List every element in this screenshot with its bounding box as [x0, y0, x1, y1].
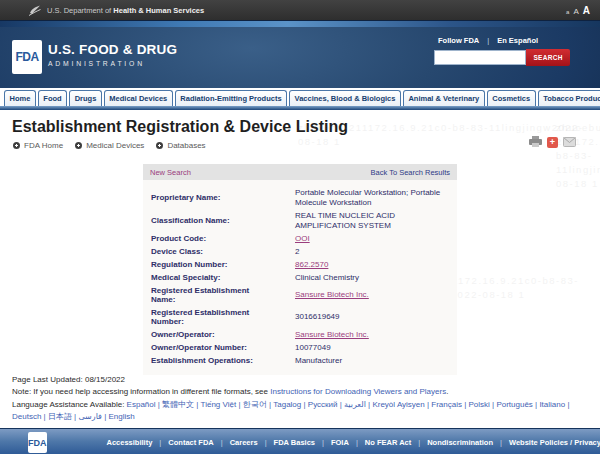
- header-link-divider: |: [487, 36, 489, 45]
- footer-link[interactable]: Website Policies / Privacy: [509, 438, 600, 447]
- bullet-icon: [156, 142, 163, 149]
- row-device-class: Device Class: 2: [151, 245, 449, 258]
- nav-tab[interactable]: Medical Devices: [104, 90, 173, 106]
- print-icon[interactable]: [529, 133, 542, 151]
- hhs-title-bold: Health & Human Services: [113, 6, 204, 15]
- breadcrumb-label: Medical Devices: [86, 141, 144, 150]
- search-input[interactable]: [434, 50, 526, 65]
- footer-link[interactable]: FOIA: [331, 438, 349, 447]
- breadcrumb-label: FDA Home: [24, 141, 63, 150]
- language-link[interactable]: Polski: [469, 400, 490, 409]
- detail-value: REAL TIME NUCLEIC ACID AMPLIFICATION SYS…: [295, 211, 449, 231]
- device-listing-box: New Search Back To Search Results Propri…: [143, 164, 457, 375]
- page-action-icons: +: [529, 133, 576, 151]
- language-link[interactable]: 日本語: [48, 412, 72, 421]
- language-link[interactable]: Português: [496, 400, 532, 409]
- regulation-number-link[interactable]: 862.2570: [295, 260, 449, 270]
- footer-links: Accessibility|Contact FDA|Careers|FDA Ba…: [107, 438, 600, 447]
- breadcrumb-medical-devices[interactable]: Medical Devices: [75, 141, 144, 150]
- row-proprietary-name: Proprietary Name: Portable Molecular Wor…: [151, 186, 449, 209]
- bullet-icon: [75, 142, 82, 149]
- detail-value: 3016619649: [295, 312, 449, 322]
- footer-link[interactable]: Contact FDA: [168, 438, 213, 447]
- en-espanol-link[interactable]: En Español: [497, 36, 538, 45]
- detail-label: Owner/Operator Number:: [151, 343, 269, 353]
- footer-link[interactable]: No FEAR Act: [365, 438, 411, 447]
- nav-tab[interactable]: Radiation-Emitting Products: [175, 90, 287, 106]
- font-size-medium-button[interactable]: A: [573, 7, 578, 16]
- language-link[interactable]: فارسی: [78, 412, 102, 421]
- detail-value: Portable Molecular Workstation; Portable…: [295, 188, 449, 208]
- fda-wordmark-line1: U.S. FOOD & DRUG: [48, 42, 177, 57]
- detail-value: 10077049: [295, 343, 449, 353]
- breadcrumb: FDA Home Medical Devices Databases: [13, 141, 600, 150]
- email-icon[interactable]: [563, 133, 576, 151]
- downloading-viewers-link[interactable]: Instructions for Downloading Viewers and…: [270, 387, 446, 396]
- separator: |: [500, 438, 502, 447]
- nav-tab[interactable]: Tobacco Products: [538, 90, 600, 106]
- separator: |: [356, 438, 358, 447]
- breadcrumb-fda-home[interactable]: FDA Home: [13, 141, 63, 150]
- detail-label: Establishment Operations:: [151, 356, 269, 366]
- primary-nav: HomeFoodDrugsMedical DevicesRadiation-Em…: [0, 88, 600, 110]
- font-size-small-button[interactable]: a: [566, 9, 569, 15]
- fda-logo[interactable]: FDA: [12, 40, 42, 74]
- language-link[interactable]: 한국어: [243, 400, 267, 409]
- detail-label: Regulation Number:: [151, 260, 269, 270]
- footer-bar: FDA Accessibility|Contact FDA|Careers|FD…: [0, 428, 600, 454]
- nav-tab[interactable]: Vaccines, Blood & Biologics: [289, 90, 401, 106]
- back-to-search-results-link[interactable]: Back To Search Results: [371, 168, 450, 177]
- language-link[interactable]: Français: [431, 400, 462, 409]
- footer-link[interactable]: Careers: [230, 438, 258, 447]
- footer-link[interactable]: Accessibility: [107, 438, 153, 447]
- detail-label: Classification Name:: [151, 216, 269, 226]
- note-text: Note: If you need help accessing informa…: [12, 387, 270, 396]
- watermark-line: 2022-08-18 1: [451, 289, 526, 300]
- language-link[interactable]: Tiếng Việt: [201, 400, 237, 409]
- breadcrumb-databases[interactable]: Databases: [156, 141, 205, 150]
- language-link[interactable]: 繁體中文: [162, 400, 194, 409]
- footer-fda-logo[interactable]: FDA: [28, 432, 47, 453]
- row-registered-establishment-name: Registered Establishment Name: Sansure B…: [151, 284, 449, 306]
- fda-wordmark-line2: ADMINISTRATION: [48, 60, 177, 67]
- product-code-link[interactable]: OOI: [295, 234, 449, 244]
- language-link[interactable]: Tagalog: [273, 400, 301, 409]
- language-link[interactable]: العربية: [344, 400, 366, 409]
- font-size-large-button[interactable]: A: [583, 5, 590, 16]
- separator: |: [418, 438, 420, 447]
- language-assistance: Language Assistance Available: Español |…: [12, 399, 590, 424]
- language-link[interactable]: Kreyòl Ayisyen: [372, 400, 424, 409]
- nav-tab[interactable]: Animal & Veterinary: [403, 90, 485, 106]
- owner-operator-link[interactable]: Sansure Biotech Inc.: [295, 330, 449, 340]
- header-divider-strip: [0, 20, 600, 27]
- detail-label: Proprietary Name:: [151, 193, 269, 203]
- language-link[interactable]: English: [108, 412, 134, 421]
- nav-tab[interactable]: Food: [38, 90, 67, 106]
- nav-tab[interactable]: Cosmetics: [487, 90, 536, 106]
- breadcrumb-label: Databases: [167, 141, 205, 150]
- language-link[interactable]: Deutsch: [12, 412, 41, 421]
- new-search-link[interactable]: New Search: [150, 168, 191, 177]
- language-link[interactable]: Italiano: [539, 400, 565, 409]
- follow-fda-link[interactable]: Follow FDA: [438, 36, 479, 45]
- share-icon[interactable]: +: [547, 137, 558, 148]
- footer-link[interactable]: Nondiscrimination: [427, 438, 493, 447]
- bullet-icon: [13, 142, 20, 149]
- establishment-name-link[interactable]: Sansure Biotech Inc.: [295, 290, 449, 300]
- detail-label: Device Class:: [151, 247, 269, 257]
- detail-label: Registered Establishment Name:: [151, 286, 269, 305]
- footer-link[interactable]: FDA Basics: [274, 438, 315, 447]
- row-medical-specialty: Medical Specialty: Clinical Chemistry: [151, 271, 449, 284]
- separator: |: [322, 438, 324, 447]
- page-footer-notes: Page Last Updated: 08/15/2022 Note: If y…: [12, 374, 590, 424]
- language-link[interactable]: Русский: [308, 400, 338, 409]
- fda-page: U.S. Department of Health & Human Servic…: [0, 0, 600, 454]
- row-establishment-operations: Establishment Operations: Manufacturer: [151, 354, 449, 367]
- separator: |: [159, 438, 161, 447]
- separator: |: [265, 438, 267, 447]
- language-link[interactable]: Español: [127, 400, 156, 409]
- hhs-eagle-icon: [28, 4, 41, 17]
- nav-tab[interactable]: Home: [4, 90, 36, 106]
- search-button[interactable]: SEARCH: [526, 49, 570, 66]
- nav-tab[interactable]: Drugs: [69, 90, 102, 106]
